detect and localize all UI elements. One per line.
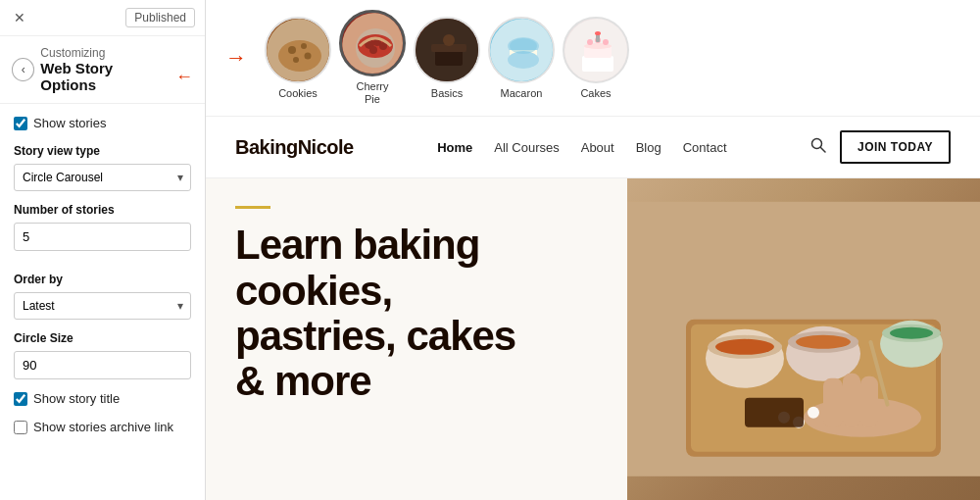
hero-title-line1: Learn baking: [235, 222, 479, 268]
hero-accent-line: [235, 206, 270, 209]
svg-point-5: [293, 57, 299, 63]
join-today-button[interactable]: JOIN TODAY: [840, 130, 951, 164]
show-archive-row: Show stories archive link: [14, 420, 191, 434]
site-header: BakingNicole Home All Courses About Blog…: [206, 117, 980, 178]
show-story-title-row: Show story title: [14, 391, 191, 406]
story-label-macaron: Macaron: [501, 87, 543, 100]
svg-point-16: [443, 34, 455, 46]
story-label-basics: Basics: [431, 87, 463, 100]
story-circle-basics: [414, 17, 480, 83]
svg-point-44: [890, 327, 933, 339]
nav-about[interactable]: About: [581, 140, 614, 155]
panel-header: ✕ Published: [0, 0, 205, 36]
story-view-type-label: Story view type: [14, 144, 191, 158]
svg-point-28: [603, 39, 609, 45]
close-button[interactable]: ✕: [10, 8, 29, 27]
svg-point-3: [301, 43, 307, 49]
hero-title: Learn baking cookies, pastries, cakes & …: [235, 223, 598, 404]
story-item-cookies[interactable]: Cookies: [265, 17, 331, 100]
story-circle-cakes: [563, 17, 629, 83]
nav-blog[interactable]: Blog: [636, 140, 662, 155]
svg-rect-46: [823, 378, 843, 427]
svg-point-4: [305, 52, 312, 59]
back-button[interactable]: ‹: [12, 58, 34, 81]
svg-point-1: [278, 40, 321, 72]
hero-title-line4: & more: [235, 358, 371, 404]
hero-image: [627, 178, 980, 500]
story-item-macaron[interactable]: Macaron: [488, 17, 555, 100]
svg-point-21: [510, 38, 537, 54]
show-story-title-checkbox[interactable]: [14, 392, 27, 406]
svg-point-52: [808, 407, 819, 419]
show-stories-checkbox[interactable]: [14, 117, 27, 130]
back-section-label: Customizing: [40, 46, 105, 60]
nav-home[interactable]: Home: [437, 140, 472, 155]
arrow-right-icon: →: [225, 45, 247, 71]
number-of-stories-input[interactable]: [14, 223, 191, 251]
hero-section: Learn baking cookies, pastries, cakes & …: [206, 178, 980, 500]
show-story-title-label[interactable]: Show story title: [33, 391, 120, 406]
svg-point-12: [369, 46, 377, 54]
story-view-type-wrapper: Circle Carousel Box Carousel Grid: [14, 164, 191, 191]
show-stories-row: Show stories: [14, 116, 191, 130]
stories-bar: → Cookies: [206, 0, 980, 117]
nav-contact[interactable]: Contact: [683, 140, 727, 155]
show-stories-label[interactable]: Show stories: [33, 116, 106, 130]
panel-content: Show stories Story view type Circle Caro…: [0, 104, 205, 500]
order-by-select[interactable]: Latest Oldest Alphabetical: [14, 292, 191, 320]
arrow-icon: ←: [175, 67, 193, 87]
hero-image-placeholder: [627, 178, 980, 500]
story-circle-cookies: [265, 17, 331, 83]
panel-title: Web Story Options: [40, 60, 168, 93]
story-label-cherry-pie: CherryPie: [356, 80, 388, 106]
search-button[interactable]: [810, 137, 826, 157]
svg-point-41: [796, 335, 851, 349]
site-actions: JOIN TODAY: [810, 130, 951, 164]
story-circle-macaron: [488, 17, 555, 83]
nav-all-courses[interactable]: All Courses: [494, 140, 559, 155]
site-logo: BakingNicole: [235, 136, 354, 159]
story-label-cookies: Cookies: [278, 87, 318, 100]
svg-rect-23: [582, 56, 613, 72]
circle-size-input[interactable]: [14, 351, 191, 379]
story-item-cakes[interactable]: Cakes: [563, 17, 629, 100]
svg-rect-53: [745, 398, 804, 427]
svg-rect-29: [596, 34, 600, 42]
story-view-type-select[interactable]: Circle Carousel Box Carousel Grid: [14, 164, 191, 191]
story-item-basics[interactable]: Basics: [414, 17, 480, 100]
left-panel: ✕ Published ‹ Customizing Web Story Opti…: [0, 0, 206, 500]
site-nav: Home All Courses About Blog Contact: [437, 140, 726, 155]
order-by-wrapper: Latest Oldest Alphabetical: [14, 292, 191, 320]
back-section-content: Customizing Web Story Options ←: [40, 46, 193, 93]
circle-size-label: Circle Size: [14, 331, 191, 345]
hero-text: Learn baking cookies, pastries, cakes & …: [206, 178, 627, 500]
svg-line-32: [820, 148, 825, 153]
svg-point-2: [288, 46, 296, 54]
svg-rect-47: [843, 374, 860, 427]
hero-title-line3: pastries, cakes: [235, 313, 515, 359]
story-label-cakes: Cakes: [580, 87, 611, 100]
svg-rect-48: [860, 376, 878, 427]
back-section: ‹ Customizing Web Story Options ←: [0, 36, 205, 104]
svg-point-26: [587, 39, 593, 45]
right-panel: → Cookies: [206, 0, 980, 500]
show-archive-label[interactable]: Show stories archive link: [33, 420, 173, 434]
story-item-cherry-pie[interactable]: CherryPie: [339, 10, 406, 106]
published-badge: Published: [125, 8, 195, 27]
hero-title-line2: cookies,: [235, 268, 392, 314]
svg-point-30: [595, 31, 601, 35]
svg-point-38: [715, 339, 774, 355]
story-circle-cherry-pie: [339, 10, 406, 76]
show-archive-checkbox[interactable]: [14, 421, 27, 434]
number-of-stories-label: Number of stories: [14, 203, 191, 217]
order-by-label: Order by: [14, 273, 191, 286]
